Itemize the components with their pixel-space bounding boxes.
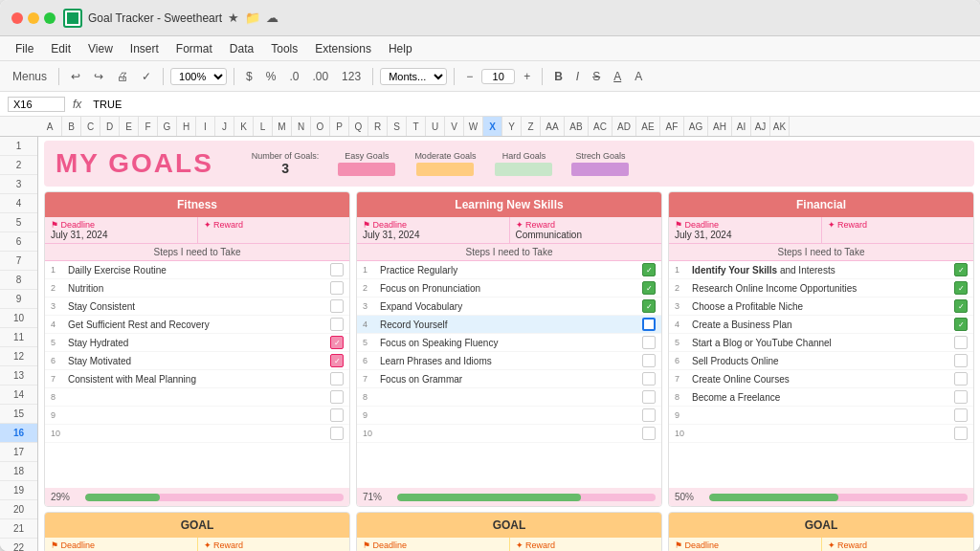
- cell-reference-input[interactable]: [8, 97, 65, 112]
- step-checkbox-checked[interactable]: ✓: [330, 336, 344, 349]
- menu-help[interactable]: Help: [381, 40, 420, 57]
- col-e[interactable]: E: [120, 117, 139, 136]
- learning-step-9[interactable]: 9: [357, 407, 661, 425]
- col-ag[interactable]: AG: [684, 117, 708, 136]
- close-button[interactable]: [11, 12, 23, 24]
- col-v[interactable]: V: [445, 117, 464, 136]
- step-checkbox[interactable]: [954, 427, 968, 440]
- col-r[interactable]: R: [368, 117, 388, 136]
- step-checkbox[interactable]: [330, 281, 344, 295]
- menu-extensions[interactable]: Extensions: [307, 40, 379, 57]
- step-checkbox[interactable]: [330, 390, 344, 404]
- financial-step-6[interactable]: 6 Sell Products Online: [669, 352, 973, 370]
- row-19[interactable]: 19: [0, 481, 37, 500]
- col-b[interactable]: B: [62, 117, 81, 136]
- row-15[interactable]: 15: [0, 405, 37, 424]
- fill-color-button[interactable]: A: [630, 68, 647, 85]
- row-14[interactable]: 14: [0, 386, 37, 405]
- row-8[interactable]: 8: [0, 271, 37, 290]
- financial-step-7[interactable]: 7 Create Online Courses: [669, 370, 973, 388]
- col-h[interactable]: H: [177, 117, 196, 136]
- row-4[interactable]: 4: [0, 194, 37, 213]
- italic-button[interactable]: I: [571, 68, 584, 85]
- step-checkbox[interactable]: [954, 390, 968, 404]
- col-n[interactable]: N: [292, 117, 311, 136]
- learning-step-8[interactable]: 8: [357, 388, 661, 407]
- col-m[interactable]: M: [273, 117, 292, 136]
- menus-button[interactable]: Menus: [8, 68, 52, 85]
- financial-step-1[interactable]: 1 Identify Your Skills and Interests ✓: [669, 261, 973, 279]
- col-ac[interactable]: AC: [589, 117, 612, 136]
- row-12[interactable]: 12: [0, 347, 37, 366]
- learning-step-7[interactable]: 7 Focus on Grammar: [357, 370, 661, 388]
- step-checkbox[interactable]: [642, 336, 656, 349]
- step-checkbox-checked[interactable]: ✓: [642, 281, 656, 295]
- col-k[interactable]: K: [234, 117, 254, 136]
- row-17[interactable]: 17: [0, 443, 37, 462]
- row-11[interactable]: 11: [0, 328, 37, 347]
- row-16[interactable]: 16: [0, 424, 37, 443]
- financial-step-9[interactable]: 9: [669, 407, 973, 425]
- financial-step-3[interactable]: 3 Choose a Profitable Niche ✓: [669, 298, 973, 316]
- percent-button[interactable]: %: [261, 68, 281, 85]
- col-f[interactable]: F: [139, 117, 158, 136]
- menu-edit[interactable]: Edit: [43, 40, 78, 57]
- row-22[interactable]: 22: [0, 539, 37, 551]
- decimal2-button[interactable]: .00: [307, 68, 333, 85]
- print-button[interactable]: 🖨: [112, 68, 133, 85]
- financial-step-5[interactable]: 5 Start a Blog or YouTube Channel: [669, 334, 973, 352]
- fitness-step-8[interactable]: 8: [45, 388, 349, 407]
- col-u[interactable]: U: [426, 117, 445, 136]
- undo-button[interactable]: ↩: [66, 68, 85, 85]
- menu-data[interactable]: Data: [222, 40, 261, 57]
- learning-step-6[interactable]: 6 Learn Phrases and Idioms: [357, 352, 661, 370]
- financial-step-4[interactable]: 4 Create a Business Plan ✓: [669, 316, 973, 334]
- row-13[interactable]: 13: [0, 366, 37, 386]
- spellcheck-button[interactable]: ✓: [137, 68, 156, 85]
- row-18[interactable]: 18: [0, 462, 37, 481]
- learning-step-5[interactable]: 5 Focus on Speaking Fluency: [357, 334, 661, 352]
- currency-button[interactable]: $: [241, 68, 257, 85]
- step-checkbox[interactable]: [954, 372, 968, 386]
- bold-button[interactable]: B: [549, 68, 568, 85]
- col-o[interactable]: O: [311, 117, 330, 136]
- step-checkbox-checked[interactable]: ✓: [954, 318, 968, 331]
- col-a[interactable]: A: [38, 117, 62, 136]
- step-checkbox[interactable]: [642, 354, 656, 367]
- font-size-input[interactable]: [481, 69, 515, 84]
- col-t[interactable]: T: [407, 117, 426, 136]
- col-ab[interactable]: AB: [565, 117, 589, 136]
- step-checkbox[interactable]: [330, 408, 344, 422]
- step-checkbox-checked[interactable]: ✓: [642, 263, 656, 276]
- col-x[interactable]: X: [483, 117, 502, 136]
- fitness-step-7[interactable]: 7 Consistent with Meal Planning: [45, 370, 349, 388]
- learning-step-2[interactable]: 2 Focus on Pronunciation ✓: [357, 279, 661, 298]
- row-5[interactable]: 5: [0, 213, 37, 232]
- formula-input[interactable]: [89, 98, 972, 111]
- step-checkbox[interactable]: [642, 408, 656, 422]
- learning-step-1[interactable]: 1 Practice Regularly ✓: [357, 261, 661, 279]
- col-w[interactable]: W: [464, 117, 483, 136]
- col-ah[interactable]: AH: [708, 117, 732, 136]
- col-p[interactable]: P: [330, 117, 349, 136]
- step-checkbox[interactable]: [330, 263, 344, 276]
- fitness-step-4[interactable]: 4 Get Sufficient Rest and Recovery: [45, 316, 349, 334]
- col-ad[interactable]: AD: [612, 117, 636, 136]
- fitness-step-3[interactable]: 3 Stay Consistent: [45, 298, 349, 316]
- step-checkbox-checked[interactable]: ✓: [954, 281, 968, 295]
- step-checkbox[interactable]: [642, 372, 656, 386]
- fitness-step-2[interactable]: 2 Nutrition: [45, 279, 349, 298]
- minimize-button[interactable]: [28, 12, 39, 24]
- col-aj[interactable]: AJ: [751, 117, 770, 136]
- col-af[interactable]: AF: [660, 117, 684, 136]
- col-z[interactable]: Z: [522, 117, 541, 136]
- underline-button[interactable]: A: [609, 68, 626, 85]
- fitness-step-10[interactable]: 10: [45, 425, 349, 443]
- financial-step-8[interactable]: 8 Become a Freelance: [669, 388, 973, 407]
- row-20[interactable]: 20: [0, 500, 37, 519]
- step-checkbox-checked[interactable]: ✓: [330, 354, 344, 367]
- row-1[interactable]: 1: [0, 137, 37, 156]
- col-s[interactable]: S: [388, 117, 407, 136]
- fitness-step-1[interactable]: 1 Dailly Exercise Routine: [45, 261, 349, 279]
- menu-tools[interactable]: Tools: [263, 40, 305, 57]
